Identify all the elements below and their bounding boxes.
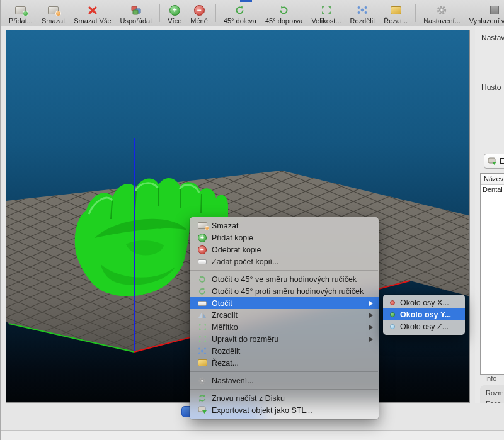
arrange-button[interactable]: Uspořádat [116,2,157,25]
menu-item-remove-copy[interactable]: − Odebrat kopie [190,244,379,256]
cut-icon [391,4,401,16]
split-label: Rozdělit [350,17,375,25]
layer-smoothing-button[interactable]: Vyhlazení vrstev [465,2,504,25]
submenu-arrow-icon [369,325,373,330]
delete-object-icon [48,4,59,16]
submenu-arrow-icon [369,301,373,306]
submenu-item-axis-y[interactable]: Okolo osy Y... [383,308,465,320]
menu-item-split[interactable]: Rozdělit [190,345,379,357]
add-object-label: Přidat... [9,17,33,25]
menu-item-export-stl[interactable]: Exportovat objekt jako STL... [190,404,379,416]
scale-label: Velikost... [311,17,341,25]
split-button[interactable]: Rozdělit [345,2,379,25]
menu-item-label: Zrcadlit [212,311,238,320]
right-panel: Nastav Husto E Název Dental_ Info Rozm F… [475,26,504,430]
submenu-item-axis-z[interactable]: Okolo osy Z... [383,320,465,332]
application-window: Přidat... Smazat Smazat Vše Uspořádat [0,0,504,440]
toolbar-separator [159,4,160,22]
scale-icon [321,4,331,16]
window-edge-highlight [240,0,252,2]
export-object-button[interactable]: E [484,154,504,169]
menu-item-cut[interactable]: Řezat... [190,357,379,369]
settings-gear-icon [197,376,207,385]
more-copies-button[interactable]: + Více [163,2,186,25]
menu-item-label: Smazat [212,222,238,230]
mirror-icon [197,311,207,319]
density-label: Husto [481,83,501,92]
submenu-item-axis-x[interactable]: Okolo osy X... [383,296,465,308]
rotate-left-icon [234,4,245,16]
info-section-label: Info [485,375,496,382]
menu-item-rotate-cw[interactable]: Otočit o 45° ve směru hodinových ručiček [190,273,379,285]
context-menu: Smazat + Přidat kopie − Odebrat kopie Za… [190,217,379,419]
split-icon [357,4,368,16]
menu-item-fit-size[interactable]: Upravit do rozměru [190,333,379,345]
cut-button[interactable]: Řezat... [379,2,412,25]
axis-z-dot-icon [390,324,395,329]
add-object-button[interactable]: Přidat... [4,2,37,25]
export-object-label: E [500,157,504,166]
menu-item-label: Exportovat objekt jako STL... [212,406,312,415]
rotate-right-label: 45° doprava [265,17,302,25]
scale-button[interactable]: Velikost... [307,2,345,25]
remove-copy-icon: − [197,245,207,254]
set-copies-icon [197,259,207,264]
menu-item-label: Měřítko [212,323,238,332]
cut-icon [197,359,207,366]
settings-button[interactable]: Nastavení... [419,2,465,25]
menu-separator [190,386,379,392]
delete-icon [197,222,207,229]
axis-y-dot-icon [390,312,395,317]
menu-item-label: Otočit o 45° ve směru hodinových ručiček [212,275,357,284]
layer-smoothing-icon [490,4,499,16]
menu-item-add-copy[interactable]: + Přidat kopie [190,232,379,244]
split-icon [197,347,207,355]
rotate-left-button[interactable]: 45° doleva [219,2,261,25]
menu-item-settings[interactable]: Nastavení... [190,375,379,386]
fewer-copies-button[interactable]: − Méně [186,2,212,25]
cut-label: Řezat... [384,17,408,25]
export-cube-icon [488,157,497,166]
menu-item-label: Přidat kopie [212,234,253,242]
toolbar-separator [215,4,216,22]
rotate-left-label: 45° doleva [224,17,256,25]
menu-item-reload[interactable]: Znovu načíst z Disku [190,392,379,404]
menu-item-delete[interactable]: Smazat [190,220,379,232]
reload-icon [197,394,207,402]
submenu-item-label: Okolo osy Y... [400,310,451,319]
delete-object-label: Smazat [42,17,65,25]
rotate-right-button[interactable]: 45° doprava [261,2,307,25]
rotate-ccw-icon [197,287,207,296]
more-copies-label: Více [168,17,181,25]
delete-object-button[interactable]: Smazat [37,2,69,25]
print-settings-label: Nastav [481,33,504,42]
menu-item-label: Zadat počet kopií... [212,257,278,266]
settings-gear-icon [436,4,447,16]
menu-item-rotate-ccw[interactable]: Otočit o 45° proti směru hodinových ruči… [190,285,379,297]
submenu-arrow-icon [369,313,373,318]
add-copy-icon: + [197,234,207,242]
menu-item-set-copies[interactable]: Zadat počet kopií... [190,256,379,268]
fewer-copies-icon: − [194,4,205,16]
rotate-cw-icon [197,275,207,284]
layer-smoothing-label: Vyhlazení vrstev [469,17,504,25]
submenu-item-label: Okolo osy X... [400,298,449,307]
status-bar [1,430,504,440]
object-list[interactable]: Název Dental_ [480,173,504,375]
arrange-icon [130,4,142,16]
object-list-header: Název [481,174,504,185]
menu-item-mirror[interactable]: Zrcadlit [190,309,379,321]
delete-all-button[interactable]: Smazat Vše [69,2,115,25]
fewer-copies-label: Méně [190,17,208,25]
rotate-icon [197,301,207,306]
menu-item-label: Znovu načíst z Disku [212,394,285,403]
submenu-item-label: Okolo osy Z... [400,322,449,331]
arrange-label: Uspořádat [120,17,152,25]
menu-item-rotate[interactable]: Otočit [190,297,379,309]
add-object-icon [15,4,26,16]
menu-item-scale[interactable]: Měřítko [190,321,379,333]
toolbar: Přidat... Smazat Smazat Vše Uspořádat [1,0,504,26]
delete-all-label: Smazat Vše [74,17,111,25]
object-list-row[interactable]: Dental_ [481,185,504,195]
menu-item-label: Odebrat kopie [212,245,261,254]
